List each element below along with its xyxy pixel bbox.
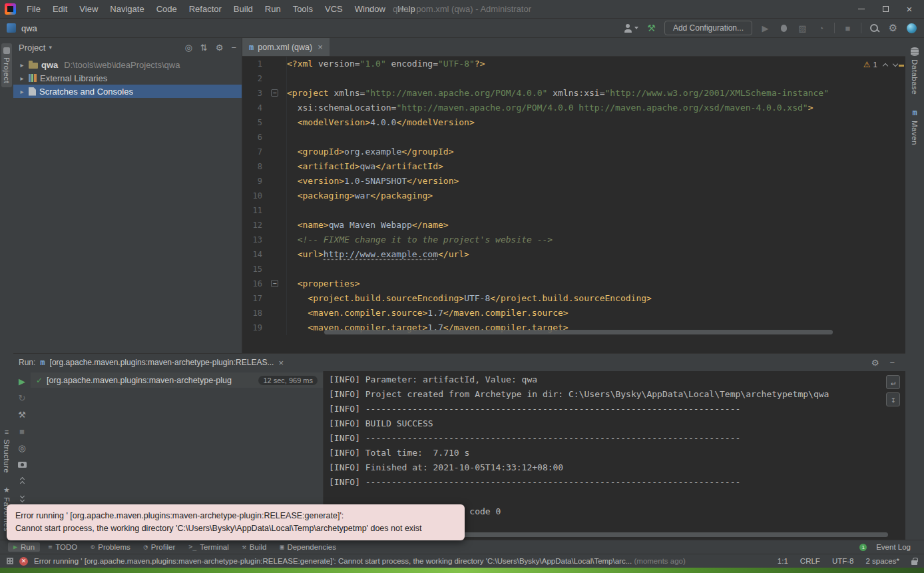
caret-position[interactable]: 1:1 xyxy=(778,557,788,565)
toolwindow-button-profiler[interactable]: ◔Profiler xyxy=(138,542,180,552)
maximize-button[interactable] xyxy=(873,1,897,18)
line-number[interactable]: 7 xyxy=(242,145,262,159)
code-text[interactable]: <modelVersion>4.0.0</modelVersion> xyxy=(287,115,475,130)
tree-item-external-libraries[interactable]: ▸External Libraries xyxy=(13,71,242,85)
hide-run-panel-icon[interactable]: − xyxy=(889,358,895,368)
editor-horizontal-scrollbar[interactable] xyxy=(324,330,833,334)
close-run-tab-icon[interactable]: × xyxy=(278,358,284,368)
run-settings-gear-icon[interactable]: ⚙ xyxy=(871,358,879,368)
error-balloon[interactable]: Error running ' [org.apache.maven.plugin… xyxy=(7,504,465,540)
line-number[interactable]: 4 xyxy=(242,101,262,115)
debug-icon[interactable] xyxy=(778,21,790,35)
run-tree-item[interactable]: ✓ [org.apache.maven.plugins:maven-archet… xyxy=(31,372,323,388)
editor-tab-pom-xml[interactable]: m pom.xml (qwa) × xyxy=(242,38,330,56)
coverage-icon[interactable]: ▨ xyxy=(797,21,808,35)
menu-build[interactable]: Build xyxy=(228,1,259,17)
menu-view[interactable]: View xyxy=(73,1,104,17)
code-text[interactable]: <maven.compiler.source>1.7</maven.compil… xyxy=(287,306,569,320)
menu-run[interactable]: Run xyxy=(259,1,287,17)
show-options-eye-icon[interactable]: ◎ xyxy=(17,443,27,453)
close-button[interactable]: × xyxy=(897,1,921,18)
line-number[interactable]: 13 xyxy=(242,233,262,247)
line-number[interactable]: 12 xyxy=(242,218,262,233)
line-number[interactable]: 1 xyxy=(242,57,262,71)
menu-refactor[interactable]: Refactor xyxy=(183,1,228,17)
minimize-button[interactable] xyxy=(849,1,873,18)
menu-file[interactable]: File xyxy=(21,1,47,17)
thread-dump-camera-icon[interactable] xyxy=(17,460,27,470)
line-number[interactable]: 19 xyxy=(242,320,262,335)
menu-code[interactable]: Code xyxy=(150,1,183,17)
code-text[interactable]: <!-- FIXME change it to the project's we… xyxy=(287,233,553,247)
code-text[interactable]: <packaging>war</packaging> xyxy=(287,189,433,203)
line-number[interactable]: 6 xyxy=(242,130,262,145)
user-icon[interactable] xyxy=(624,21,638,35)
scroll-to-end-icon[interactable]: ↧ xyxy=(886,392,900,406)
rerun-failed-icon[interactable]: ↻ xyxy=(17,393,27,403)
project-panel-title[interactable]: Project xyxy=(19,43,45,53)
code-text[interactable]: <name>qwa Maven Webapp</name> xyxy=(287,218,449,233)
line-number[interactable]: 11 xyxy=(242,203,262,218)
toolwindow-button-run[interactable]: ▶Run xyxy=(8,542,40,552)
profiler-icon[interactable]: ◔ xyxy=(815,21,827,35)
line-number[interactable]: 17 xyxy=(242,291,262,306)
fold-icon[interactable]: − xyxy=(271,89,278,97)
file-encoding[interactable]: UTF-8 xyxy=(832,557,854,565)
search-everywhere-icon[interactable] xyxy=(869,21,880,35)
toolwindow-button-todo[interactable]: ≡TODO xyxy=(43,542,83,552)
close-tab-icon[interactable]: × xyxy=(318,42,323,52)
menu-vcs[interactable]: VCS xyxy=(319,1,349,17)
run-config-wrench-icon[interactable]: ⚒ xyxy=(17,410,27,420)
toolwindow-button-event-log[interactable]: Event Log xyxy=(871,542,916,552)
line-number[interactable]: 15 xyxy=(242,262,262,277)
line-number[interactable]: 2 xyxy=(242,71,262,86)
line-number[interactable]: 3 xyxy=(242,86,262,101)
panel-settings-gear-icon[interactable]: ⚙ xyxy=(216,43,224,53)
toolwindow-button-build[interactable]: ⚒Build xyxy=(237,542,272,552)
add-configuration-button[interactable]: Add Configuration... xyxy=(664,21,752,35)
hide-panel-icon[interactable]: − xyxy=(231,43,236,53)
warning-count[interactable]: 1 xyxy=(873,61,877,69)
stop-process-icon[interactable]: ■ xyxy=(17,426,27,436)
code-text[interactable]: <project.build.sourceEncoding>UTF-8</pro… xyxy=(287,291,652,306)
chevron-down-icon[interactable]: ▾ xyxy=(49,44,52,51)
tree-item-qwa[interactable]: ▸qwaD:\tools\web\ideaProjects\qwa xyxy=(13,58,242,71)
code-text[interactable]: xsi:schemaLocation="http://maven.apache.… xyxy=(287,101,813,115)
project-name[interactable]: qwa xyxy=(21,23,37,33)
line-number[interactable]: 5 xyxy=(242,115,262,130)
indent-setting[interactable]: 2 spaces* xyxy=(865,557,899,565)
stripe-button-project[interactable]: Project xyxy=(1,43,12,87)
wrench-icon[interactable]: ⚒ xyxy=(646,21,657,35)
line-number[interactable]: 18 xyxy=(242,306,262,320)
line-number[interactable]: 14 xyxy=(242,247,262,262)
code-text[interactable]: <url>http://www.example.com</url> xyxy=(287,247,469,262)
line-number[interactable]: 16 xyxy=(242,277,262,291)
next-problem-icon[interactable] xyxy=(893,61,898,67)
code-text[interactable]: <properties> xyxy=(287,277,360,291)
menu-tools[interactable]: Tools xyxy=(287,1,319,17)
code-text[interactable]: <groupId>org.example</groupId> xyxy=(287,145,453,159)
code-text[interactable]: <project xmlns="http://maven.apache.org/… xyxy=(287,86,829,101)
chevron-right-icon[interactable]: ▸ xyxy=(19,61,25,69)
menu-window[interactable]: Window xyxy=(349,1,391,17)
chevron-right-icon[interactable]: ▸ xyxy=(19,88,25,95)
fold-icon[interactable]: − xyxy=(271,280,278,287)
toolwindow-button-terminal[interactable]: >_Terminal xyxy=(183,542,234,552)
line-separator[interactable]: CRLF xyxy=(800,557,820,565)
code-with-me-icon[interactable] xyxy=(906,21,917,35)
stripe-button-maven[interactable]: m Maven xyxy=(909,104,920,149)
menu-navigate[interactable]: Navigate xyxy=(104,1,150,17)
soft-wrap-icon[interactable]: ↵ xyxy=(886,375,900,389)
rerun-button[interactable]: ▶ xyxy=(17,376,27,386)
status-message[interactable]: Error running ' [org.apache.maven.plugin… xyxy=(34,557,686,565)
prev-problem-icon[interactable] xyxy=(883,63,888,68)
code-area[interactable]: 1<?xml version="1.0" encoding="UTF-8"?>2… xyxy=(242,57,905,335)
line-number[interactable]: 10 xyxy=(242,189,262,203)
run-tab-label[interactable]: [org.apache.maven.plugins:maven-archetyp… xyxy=(50,358,274,367)
line-number[interactable]: 8 xyxy=(242,159,262,174)
toolwindow-button-problems[interactable]: ⊙Problems xyxy=(85,542,136,552)
locate-file-icon[interactable]: ◎ xyxy=(185,43,192,53)
editor-body[interactable]: 1<?xml version="1.0" encoding="UTF-8"?>2… xyxy=(242,57,905,353)
code-text[interactable]: <?xml version="1.0" encoding="UTF-8"?> xyxy=(287,57,485,71)
stripe-button-database[interactable]: Database xyxy=(909,43,920,99)
